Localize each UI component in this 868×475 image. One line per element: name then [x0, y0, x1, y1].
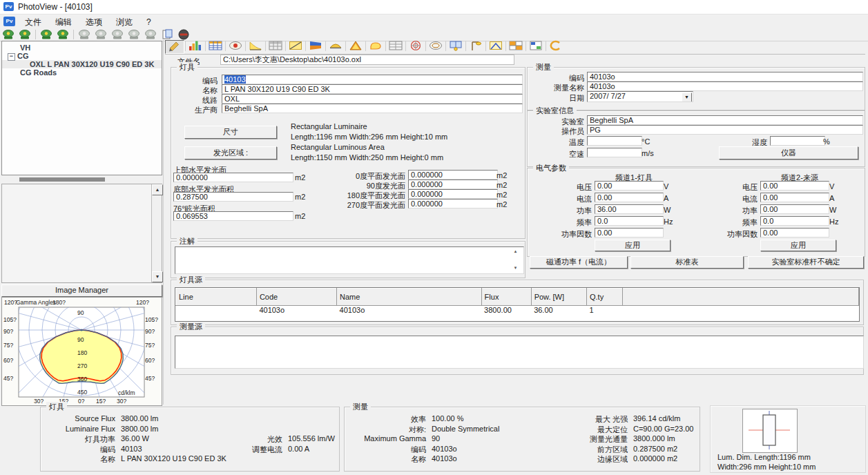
instrument-button[interactable]: 仪器: [719, 146, 858, 159]
luminaire-field-1[interactable]: L PAN 30X120 U19 C90 ED 3K: [222, 84, 523, 94]
isolux-diagram-icon[interactable]: [367, 40, 385, 52]
electrical-field-0-3[interactable]: 0.0: [595, 216, 664, 226]
apply-button-1[interactable]: 应用: [760, 240, 836, 251]
h-area-unit-2: m2: [295, 212, 305, 220]
luminaire-field-0[interactable]: 40103: [222, 75, 523, 84]
date-combobox[interactable]: 2007/ 7/27 ▼: [587, 91, 693, 102]
sources-col-header-2[interactable]: Name: [337, 289, 482, 306]
polar-diagram-icon[interactable]: [407, 40, 425, 52]
zone-flux-diagram-icon[interactable]: [307, 40, 325, 52]
luminous-area-button[interactable]: 发光区域 :: [184, 146, 277, 159]
air-speed-field[interactable]: [587, 148, 642, 157]
sources-col-header-6[interactable]: [623, 289, 859, 306]
plane-area-field-3[interactable]: 0.000000: [408, 199, 498, 209]
notes-textarea[interactable]: [175, 246, 524, 274]
intensity-table-icon[interactable]: [206, 40, 224, 52]
export-ldt-icon[interactable]: [93, 29, 108, 40]
electrical-field-1-4[interactable]: 0.00: [760, 228, 829, 238]
sources-col-header-0[interactable]: Line: [176, 289, 257, 306]
tree-item-3[interactable]: CG Roads: [2, 68, 162, 77]
scroll-up-icon[interactable]: ▲: [512, 249, 519, 255]
collapse-toggle-icon[interactable]: −: [8, 53, 15, 61]
summary-table-icon[interactable]: [527, 40, 545, 52]
electrical-field-0-4[interactable]: 0.00: [595, 228, 664, 238]
convert-txt-icon[interactable]: [160, 29, 175, 40]
room-efficiency-icon[interactable]: [447, 40, 465, 52]
electrical-field-0-0[interactable]: 0.00: [595, 181, 664, 191]
luminaire-view-icon[interactable]: [327, 40, 345, 52]
beam-angle-icon[interactable]: [487, 40, 505, 52]
open-folder-photometry-icon[interactable]: [17, 29, 32, 40]
export-cie-icon[interactable]: [110, 29, 125, 40]
apply-button-0[interactable]: 应用: [595, 240, 671, 251]
stop-icon[interactable]: [176, 29, 191, 40]
ugr-table-icon[interactable]: [267, 40, 284, 52]
chevron-down-icon[interactable]: ▼: [682, 93, 692, 102]
luminance-diagram-icon[interactable]: [287, 40, 305, 52]
electrical-field-1-2[interactable]: 0.00: [760, 204, 829, 214]
action-button-2[interactable]: 实验室标准杆不确定: [748, 256, 864, 269]
glare-view-icon[interactable]: [226, 40, 244, 52]
svg-text:120?: 120?: [136, 299, 149, 306]
action-button-0[interactable]: 磁通功率 f（电流）: [530, 256, 628, 269]
export-ies-icon[interactable]: [77, 29, 92, 40]
sources-col-header-3[interactable]: Flux: [481, 289, 531, 306]
lab-field[interactable]: Beghelli SpA: [587, 115, 863, 125]
tree-item-0[interactable]: VH: [2, 43, 162, 52]
save-as-photometry-icon[interactable]: [55, 29, 70, 40]
status-value: 0.00 A: [288, 445, 309, 453]
lamp-sources-table[interactable]: LineCodeNameFluxPow. [W]Q.ty40103o40103o…: [175, 287, 860, 322]
h-area-unit-1: m2: [295, 193, 305, 201]
dimensions-button[interactable]: 尺寸: [184, 126, 277, 139]
meas-code-field[interactable]: 40103o: [587, 72, 863, 81]
plane-area-field-1[interactable]: 0.000000: [408, 180, 498, 189]
electrical-field-1-3[interactable]: 0.0: [760, 216, 829, 226]
street-diagram-icon[interactable]: [467, 40, 485, 52]
luminaire-field-3[interactable]: Beghelli SpA: [222, 104, 523, 113]
temperature-field[interactable]: [587, 136, 642, 146]
h-area-field-2[interactable]: 0.069553: [173, 211, 293, 221]
h-area-field-0[interactable]: 0.000000: [173, 173, 293, 182]
electrical-field-1-1[interactable]: 0.00: [760, 193, 829, 202]
scroll-up-icon[interactable]: ▲: [152, 184, 163, 195]
document-icon[interactable]: Pv: [3, 17, 15, 26]
sources-col-header-1[interactable]: Code: [256, 289, 336, 306]
action-button-1[interactable]: 标准表: [630, 256, 744, 269]
h-area-field-1[interactable]: 0.287500: [173, 192, 293, 202]
table-row[interactable]: 40103o40103o3800.0036.001: [176, 306, 859, 322]
plane-area-field-0[interactable]: 0.000000: [408, 170, 498, 180]
scroll-down-icon[interactable]: ▼: [152, 271, 163, 282]
meas-name-field[interactable]: 40103o: [587, 81, 863, 91]
sources-col-header-5[interactable]: Q.ty: [586, 289, 622, 306]
humidity-field[interactable]: [770, 136, 825, 146]
menu-item-4[interactable]: ?: [139, 15, 158, 29]
plane-area-field-2[interactable]: 0.000000: [408, 189, 498, 199]
electrical-field-0-1[interactable]: 0.00: [595, 193, 664, 202]
tree-item-2[interactable]: OXL L PAN 30X120 U19 C90 ED 3K: [2, 60, 162, 68]
cie-flux-table-icon[interactable]: [387, 40, 405, 52]
utilization-diagram-icon[interactable]: [247, 40, 264, 52]
cone-diagram-icon[interactable]: [347, 40, 365, 52]
save-photometry-icon[interactable]: [39, 29, 54, 40]
open-photometry-icon[interactable]: [1, 29, 16, 40]
scroll-down-icon[interactable]: ▼: [512, 265, 519, 271]
measurement-sources-list[interactable]: [175, 336, 864, 369]
operator-field[interactable]: PG: [587, 125, 863, 135]
sources-col-header-4[interactable]: Pow. [W]: [531, 289, 586, 306]
edit-data-icon[interactable]: [165, 40, 184, 54]
tree-item-1[interactable]: −CG: [2, 52, 162, 60]
gamma-polar-chart: 120?Gamma Angles180?120?45?45?60?60?75?7…: [2, 298, 160, 404]
luminaire-field-2[interactable]: OXL: [222, 94, 523, 104]
svg-text:90?: 90?: [145, 328, 155, 335]
splitter-handle[interactable]: [19, 177, 105, 182]
image-manager-button[interactable]: Image Manager: [1, 284, 162, 297]
electrical-field-0-2[interactable]: 36.00: [595, 204, 664, 214]
electrical-field-1-0[interactable]: 0.00: [760, 181, 829, 191]
flux-grid-icon[interactable]: [507, 40, 525, 52]
export-jpg-icon[interactable]: [143, 29, 158, 40]
export-eps-icon[interactable]: [126, 29, 142, 40]
isocandela-diagram-icon[interactable]: [427, 40, 445, 52]
spectrum-icon[interactable]: [186, 40, 204, 52]
scrollbar[interactable]: ▲ ▼: [151, 184, 162, 282]
c-plane-icon[interactable]: [547, 40, 565, 52]
